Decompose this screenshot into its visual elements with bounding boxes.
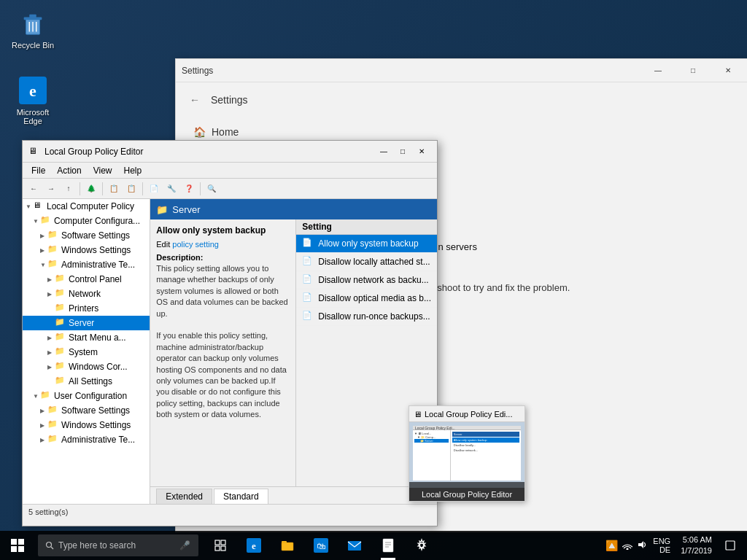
toolbar-back-btn[interactable]: ← <box>26 181 42 197</box>
tree-icon-folder: 📁 <box>55 273 66 285</box>
toolbar-paste-btn[interactable]: 📋 <box>123 181 139 197</box>
tree-icon-folder: 📁 <box>55 317 66 329</box>
tree-item-local-computer[interactable]: ▼ 🖥 Local Computer Policy <box>23 199 150 214</box>
tree-item-network[interactable]: ▶ 📁 Network <box>23 287 150 301</box>
tree-item-software-settings[interactable]: ▶ 📁 Software Settings <box>23 228 150 243</box>
taskbar-right: 🔼 ENG DE <box>605 531 747 560</box>
tree-item-printers[interactable]: 📁 Printers <box>23 301 150 316</box>
toolbar-new-btn[interactable]: 📄 <box>146 181 162 197</box>
gpe-minimize-btn[interactable]: — <box>374 144 393 159</box>
panel-header-icon: 📁 <box>156 204 168 215</box>
svg-rect-20 <box>221 546 225 551</box>
tree-item-control-panel[interactable]: ▶ 📁 Control Panel <box>23 272 150 287</box>
taskbar-edge[interactable]: e <box>238 531 270 560</box>
tree-item-user-config[interactable]: ▼ 📁 User Configuration <box>23 389 150 403</box>
settings-row-3[interactable]: 📄 Disallow optical media as b... <box>296 289 437 308</box>
tree-arrow: ▶ <box>47 364 55 370</box>
taskbar-explorer[interactable] <box>271 531 303 560</box>
toolbar-up-btn[interactable]: ↑ <box>61 181 77 197</box>
toolbar-show-hide-btn[interactable]: 🌲 <box>83 181 99 197</box>
tray-arrow-icon[interactable]: 🔼 <box>605 540 618 551</box>
toolbar-help-btn[interactable]: ❓ <box>181 181 197 197</box>
tree-item-windows-components[interactable]: ▶ 📁 Windows Cor... <box>23 359 150 374</box>
taskbar-settings[interactable] <box>406 531 438 560</box>
toolbar-prop-btn[interactable]: 🔧 <box>163 181 179 197</box>
settings-row-0[interactable]: 📄 Allow only system backup <box>296 235 437 253</box>
tree-arrow: ▶ <box>47 349 55 356</box>
svg-rect-28 <box>348 541 361 551</box>
tree-item-system[interactable]: ▶ 📁 System <box>23 345 150 359</box>
tree-item-user-admin[interactable]: ▶ 📁 Administrative Te... <box>23 432 150 447</box>
tree-item-user-windows[interactable]: ▶ 📁 Windows Settings <box>23 418 150 432</box>
tree-arrow: ▶ <box>40 247 47 254</box>
toolbar-filter-btn[interactable]: 🔍 <box>204 181 220 197</box>
tab-extended[interactable]: Extended <box>156 489 212 504</box>
settings-back-btn[interactable]: ← <box>185 90 205 110</box>
gpe-close-btn[interactable]: ✕ <box>412 144 431 159</box>
svg-point-15 <box>47 542 52 548</box>
settings-maximize-btn[interactable]: □ <box>676 59 710 82</box>
gpe-desc-title: Allow only system backup <box>156 225 290 236</box>
menu-help[interactable]: Help <box>118 164 148 177</box>
svg-point-34 <box>627 548 629 550</box>
tab-standard[interactable]: Standard <box>214 489 268 504</box>
edit-policy-row: Edit policy setting <box>156 240 290 249</box>
toolbar-forward-btn[interactable]: → <box>43 181 59 197</box>
notifications-button[interactable] <box>719 531 741 560</box>
tree-label: All Settings <box>69 376 112 386</box>
toolbar-copy-btn[interactable]: 📋 <box>106 181 122 197</box>
svg-text:🛍: 🛍 <box>317 541 325 551</box>
svg-rect-17 <box>215 540 220 545</box>
task-view-btn[interactable] <box>204 531 236 560</box>
volume-icon <box>637 540 647 550</box>
explorer-icon <box>280 538 295 553</box>
tree-item-windows-settings[interactable]: ▶ 📁 Windows Settings <box>23 243 150 257</box>
tree-item-all-settings[interactable]: 📁 All Settings <box>23 374 150 389</box>
taskbar-store[interactable]: 🛍 <box>305 531 337 560</box>
menu-file[interactable]: File <box>26 164 51 177</box>
search-input[interactable] <box>58 540 175 551</box>
settings-close-btn[interactable]: ✕ <box>711 59 745 82</box>
menu-action[interactable]: Action <box>51 164 87 177</box>
language-text: ENG <box>653 537 670 545</box>
svg-rect-11 <box>11 539 17 545</box>
recycle-bin-icon[interactable]: Recycle Bin <box>4 6 62 52</box>
svg-rect-14 <box>18 546 24 552</box>
task-view-icon <box>214 540 226 551</box>
panel-header-title: Server <box>172 204 200 215</box>
svg-rect-2 <box>29 15 36 18</box>
settings-row-1[interactable]: 📄 Disallow locally attached st... <box>296 253 437 271</box>
tree-icon-folder: 📁 <box>55 361 66 373</box>
description-text: This policy setting allows you to manage… <box>156 263 290 420</box>
taskbar-mail[interactable] <box>338 531 371 560</box>
tray-network-icon[interactable] <box>622 540 632 552</box>
svg-rect-18 <box>221 540 225 545</box>
tree-item-server[interactable]: 📁 Server <box>23 316 150 330</box>
tray-volume-icon[interactable] <box>637 540 647 552</box>
gpe-desc-panel: Allow only system backup Edit policy set… <box>150 219 296 486</box>
svg-rect-36 <box>726 541 735 550</box>
tree-icon-folder: 📁 <box>40 390 52 402</box>
gpe-maximize-btn[interactable]: □ <box>393 144 412 159</box>
taskbar-notepad[interactable] <box>372 531 404 560</box>
tree-item-user-software[interactable]: ▶ 📁 Software Settings <box>23 403 150 418</box>
start-button[interactable] <box>0 531 35 560</box>
microphone-icon[interactable]: 🎤 <box>179 540 190 551</box>
tree-label: Software Settings <box>61 405 130 416</box>
recycle-bin-label: Recycle Bin <box>12 41 54 50</box>
gpe-titlebar: 🖥 Local Group Policy Editor — □ ✕ <box>23 141 437 163</box>
tree-item-computer-config[interactable]: ▼ 📁 Computer Configura... <box>23 214 150 228</box>
menu-view[interactable]: View <box>88 164 118 177</box>
tree-icon-folder: 📁 <box>47 259 59 271</box>
edge-desktop-icon[interactable]: e Microsoft Edge <box>4 73 62 128</box>
settings-row-2[interactable]: 📄 Disallow network as backu... <box>296 271 437 289</box>
taskbar-tooltip[interactable]: 🖥 Local Group Policy Edi... Local Group … <box>409 405 525 502</box>
settings-minimize-btn[interactable]: — <box>641 59 675 82</box>
tree-item-admin-templates[interactable]: ▼ 📁 Administrative Te... <box>23 257 150 272</box>
tree-item-start-menu[interactable]: ▶ 📁 Start Menu a... <box>23 330 150 345</box>
policy-setting-link[interactable]: policy setting <box>172 240 219 249</box>
tree-label: System <box>69 347 98 357</box>
search-bar[interactable]: 🎤 <box>38 534 198 556</box>
system-clock[interactable]: 5:06 AM 1/7/2019 <box>676 533 716 559</box>
settings-row-4[interactable]: 📄 Disallow run-once backups... <box>296 308 437 326</box>
